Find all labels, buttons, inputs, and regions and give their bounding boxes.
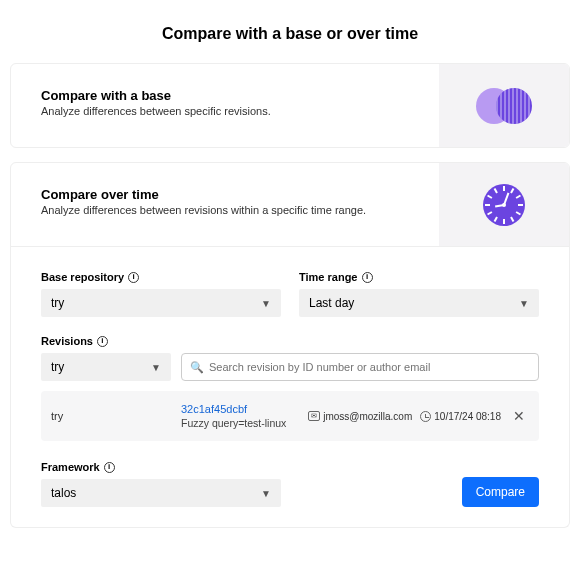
chevron-down-icon: ▼ (151, 362, 161, 373)
base-repo-select[interactable]: try ▼ (41, 289, 281, 317)
revision-query: Fuzzy query=test-linux (181, 417, 308, 429)
card-base-desc: Analyze differences between specific rev… (41, 105, 419, 117)
framework-value: talos (51, 486, 76, 500)
base-repo-value: try (51, 296, 64, 310)
time-range-value: Last day (309, 296, 354, 310)
card-time-title: Compare over time (41, 187, 419, 202)
compare-button[interactable]: Compare (462, 477, 539, 507)
info-icon[interactable]: i (104, 462, 115, 473)
clock-small-icon (420, 411, 431, 422)
framework-select[interactable]: talos ▼ (41, 479, 281, 507)
time-range-select[interactable]: Last day ▼ (299, 289, 539, 317)
clock-icon (439, 163, 569, 246)
page-title: Compare with a base or over time (0, 0, 580, 63)
revision-search-input[interactable]: 🔍 (181, 353, 539, 381)
revision-hash[interactable]: 32c1af45dcbf (181, 403, 308, 415)
chevron-down-icon: ▼ (261, 298, 271, 309)
card-base-title: Compare with a base (41, 88, 419, 103)
revisions-label: Revisions (41, 335, 93, 347)
revision-repo: try (51, 410, 181, 422)
card-compare-time[interactable]: Compare over time Analyze differences be… (10, 162, 570, 247)
revision-email: jmoss@mozilla.com (323, 411, 412, 422)
card-time-desc: Analyze differences between revisions wi… (41, 204, 419, 216)
revisions-repo-value: try (51, 360, 64, 374)
venn-icon (439, 64, 569, 147)
revision-row: try 32c1af45dcbf Fuzzy query=test-linux … (41, 391, 539, 441)
framework-label: Framework (41, 461, 100, 473)
revision-search-field[interactable] (209, 361, 530, 373)
revision-timestamp: 10/17/24 08:18 (434, 411, 501, 422)
info-icon[interactable]: i (362, 272, 373, 283)
chevron-down-icon: ▼ (261, 488, 271, 499)
remove-revision-button[interactable]: ✕ (509, 408, 529, 424)
info-icon[interactable]: i (97, 336, 108, 347)
mail-icon: ✉ (308, 411, 320, 421)
search-icon: 🔍 (190, 361, 204, 374)
revisions-repo-select[interactable]: try ▼ (41, 353, 171, 381)
card-compare-base[interactable]: Compare with a base Analyze differences … (10, 63, 570, 148)
chevron-down-icon: ▼ (519, 298, 529, 309)
time-range-label: Time range (299, 271, 358, 283)
compare-form: Base repository i try ▼ Time range i Las… (10, 231, 570, 528)
base-repo-label: Base repository (41, 271, 124, 283)
info-icon[interactable]: i (128, 272, 139, 283)
